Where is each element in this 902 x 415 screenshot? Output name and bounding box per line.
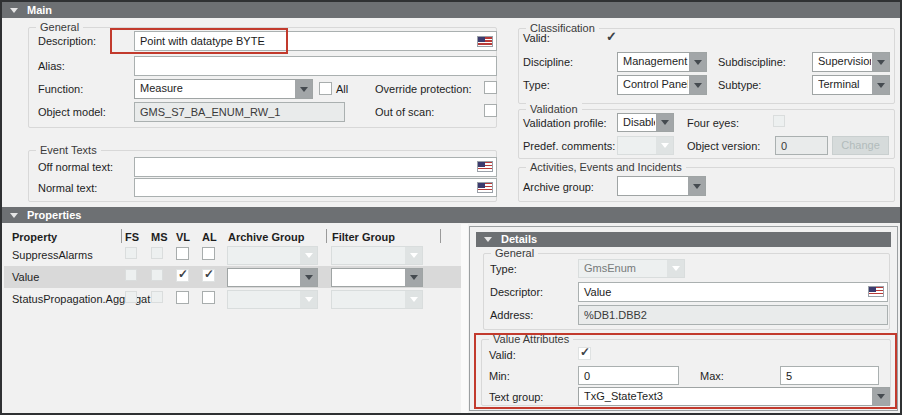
- object-version-label: Object version:: [687, 140, 760, 153]
- max-label: Max:: [700, 370, 724, 383]
- us-flag-icon[interactable]: [868, 286, 884, 297]
- archive-group-dropdown[interactable]: [617, 176, 706, 196]
- us-flag-icon[interactable]: [477, 161, 493, 172]
- address-label: Address:: [490, 309, 533, 322]
- type-label: Type:: [523, 79, 550, 92]
- chevron-down-icon[interactable]: [872, 53, 889, 71]
- details-type-dropdown: GmsEnum: [578, 259, 685, 278]
- collapse-arrow-icon: [484, 237, 492, 242]
- va-valid-label: Valid:: [489, 349, 516, 362]
- archive-group-cell-dropdown[interactable]: [227, 268, 318, 287]
- chevron-down-icon[interactable]: [295, 80, 312, 98]
- off-normal-text-field[interactable]: [134, 157, 497, 177]
- column-divider[interactable]: [440, 229, 441, 243]
- subdiscipline-label: Subdiscipline:: [718, 56, 786, 69]
- predef-comments-label: Predef. comments:: [523, 140, 615, 153]
- archive-group-cell-dropdown: [227, 290, 318, 309]
- function-dropdown[interactable]: Measure: [134, 79, 313, 99]
- object-version-field: 0: [775, 136, 828, 155]
- checkmark-icon[interactable]: ✓: [606, 30, 617, 43]
- address-field: %DB1.DBB2: [578, 305, 888, 325]
- chevron-down-icon: [300, 291, 317, 308]
- descriptor-label: Descriptor:: [490, 286, 543, 299]
- column-header-vl[interactable]: VL: [176, 231, 190, 244]
- chevron-down-icon: [667, 260, 684, 277]
- chevron-down-icon[interactable]: [689, 53, 706, 71]
- subtype-dropdown[interactable]: Terminal: [812, 75, 890, 95]
- chevron-down-icon: [405, 247, 422, 264]
- chevron-down-icon: [300, 247, 317, 264]
- max-field[interactable]: 5: [780, 366, 879, 385]
- chevron-down-icon: [656, 137, 673, 154]
- all-checkbox[interactable]: [319, 82, 332, 95]
- alias-field[interactable]: [134, 56, 497, 76]
- ms-checkbox: [151, 291, 163, 303]
- column-header-fs[interactable]: FS: [125, 231, 139, 244]
- chevron-down-icon[interactable]: [656, 114, 673, 131]
- validation-legend: Validation: [526, 103, 582, 116]
- column-header-al[interactable]: AL: [202, 231, 217, 244]
- subdiscipline-dropdown[interactable]: Supervision: [812, 52, 890, 72]
- al-checkbox[interactable]: [202, 247, 215, 260]
- general-group-legend: General: [36, 21, 83, 34]
- text-group-label: Text group:: [489, 391, 543, 404]
- validation-profile-dropdown[interactable]: Disabled: [617, 113, 674, 132]
- discipline-dropdown[interactable]: Management Sys: [617, 52, 707, 72]
- object-configuration-window: Main General Description: Point with dat…: [0, 0, 902, 415]
- column-divider[interactable]: [121, 229, 122, 243]
- vl-checkbox[interactable]: [176, 247, 189, 260]
- vl-checkbox[interactable]: [176, 269, 189, 282]
- change-button: Change: [832, 136, 889, 155]
- filter-group-cell-dropdown: [331, 246, 423, 265]
- column-header-filter-group[interactable]: Filter Group: [332, 231, 395, 244]
- column-divider[interactable]: [326, 229, 327, 243]
- column-header-archive-group[interactable]: Archive Group: [228, 231, 304, 244]
- chevron-down-icon[interactable]: [688, 177, 705, 195]
- text-group-dropdown[interactable]: TxG_StateText3: [578, 387, 890, 406]
- details-panel-header[interactable]: Details: [476, 232, 891, 247]
- chevron-down-icon[interactable]: [689, 76, 706, 94]
- table-row-property-name[interactable]: SuppressAlarms: [12, 249, 93, 262]
- details-type-label: Type:: [490, 263, 517, 276]
- all-label: All: [336, 83, 348, 96]
- description-label: Description:: [38, 35, 96, 48]
- va-valid-checkbox[interactable]: [578, 347, 591, 360]
- chevron-down-icon[interactable]: [872, 388, 889, 405]
- type-dropdown[interactable]: Control Panel: [617, 75, 707, 95]
- collapse-arrow-icon: [10, 8, 18, 13]
- fs-checkbox: [125, 247, 137, 259]
- normal-text-label: Normal text:: [38, 182, 97, 195]
- subtype-label: Subtype:: [718, 79, 761, 92]
- description-field[interactable]: Point with datatype BYTE: [134, 31, 497, 51]
- column-header-property[interactable]: Property: [12, 231, 57, 244]
- main-panel-title: Main: [27, 4, 52, 16]
- vl-checkbox[interactable]: [176, 291, 189, 304]
- descriptor-field[interactable]: Value: [578, 282, 888, 302]
- override-protection-checkbox[interactable]: [484, 81, 497, 94]
- details-general-legend: General: [491, 247, 538, 260]
- min-field[interactable]: 0: [578, 366, 679, 385]
- filter-group-cell-dropdown: [331, 290, 423, 309]
- activities-legend: Activities, Events and Incidents: [526, 161, 686, 174]
- us-flag-icon[interactable]: [477, 36, 493, 47]
- filter-group-cell-dropdown[interactable]: [331, 268, 423, 287]
- archive-group-label: Archive group:: [523, 181, 594, 194]
- al-checkbox[interactable]: [202, 291, 215, 304]
- panel-splitter[interactable]: [461, 224, 468, 413]
- predef-comments-dropdown: [617, 136, 674, 155]
- ms-checkbox: [151, 269, 163, 281]
- chevron-down-icon[interactable]: [872, 76, 889, 94]
- chevron-down-icon[interactable]: [300, 269, 317, 286]
- out-of-scan-checkbox[interactable]: [484, 104, 497, 117]
- column-header-ms[interactable]: MS: [151, 231, 168, 244]
- properties-panel-header[interactable]: Properties: [2, 207, 900, 223]
- details-panel-title: Details: [501, 233, 537, 245]
- table-row-property-name[interactable]: Value: [12, 271, 39, 284]
- normal-text-field[interactable]: [134, 178, 497, 197]
- al-checkbox[interactable]: [202, 269, 215, 282]
- us-flag-icon[interactable]: [477, 182, 493, 193]
- off-normal-text-label: Off normal text:: [38, 161, 113, 174]
- main-panel-header[interactable]: Main: [2, 2, 900, 18]
- chevron-down-icon[interactable]: [405, 269, 422, 286]
- four-eyes-checkbox: [773, 115, 785, 127]
